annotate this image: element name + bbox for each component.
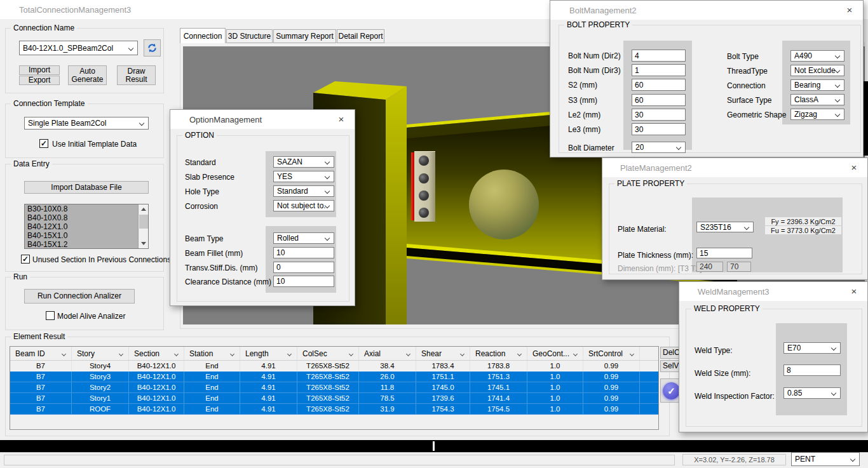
dialog-titlebar[interactable]: BoltManagement2 × <box>550 1 863 20</box>
close-icon[interactable]: × <box>848 285 860 297</box>
s3-input[interactable] <box>632 94 686 106</box>
close-icon[interactable]: × <box>848 161 860 173</box>
chevron-down-icon[interactable] <box>573 352 578 356</box>
chevron-down-icon[interactable] <box>460 352 465 356</box>
chevron-down-icon[interactable] <box>62 352 66 356</box>
hole-type-combo[interactable]: Standard <box>273 185 334 197</box>
list-item[interactable]: B30-10X0.8 <box>25 204 148 213</box>
bolt-num-dir2-input[interactable] <box>632 50 686 62</box>
chevron-down-icon[interactable] <box>630 352 634 356</box>
list-item[interactable]: B40-12X1.0 <box>25 222 148 231</box>
run-connection-analizer-button[interactable]: Run Connection Analizer <box>24 289 135 304</box>
chevron-down-icon[interactable] <box>230 352 234 356</box>
list-item[interactable]: B40-10X0.8 <box>25 213 148 222</box>
clearance-distance-input[interactable] <box>273 276 334 287</box>
tab-detail-report[interactable]: Detail Report <box>337 29 384 43</box>
list-item[interactable]: B40-15X1.0 <box>25 231 148 240</box>
bolt-3 <box>419 191 429 201</box>
surface-type-combo[interactable]: ClassA <box>790 94 844 105</box>
bolt-diameter-combo[interactable]: 20 <box>632 142 686 153</box>
weld-size-input[interactable] <box>783 364 841 376</box>
column-header[interactable]: Axial <box>359 347 416 360</box>
use-initial-template-checkbox[interactable]: ✓ <box>39 139 48 148</box>
s2-input[interactable] <box>632 79 686 91</box>
column-header[interactable]: Shear <box>416 347 470 360</box>
column-header[interactable]: GeoCont... <box>527 347 583 360</box>
cell: 1754.5 <box>470 404 527 414</box>
chevron-down-icon[interactable] <box>119 352 123 356</box>
list-item[interactable]: B40-15X1.2 <box>25 240 148 249</box>
scrollbar-thumb[interactable] <box>139 215 148 229</box>
listbox-scrollbar[interactable] <box>138 204 148 248</box>
column-header[interactable]: Section <box>129 347 184 360</box>
tab-connection[interactable]: Connection <box>180 28 226 43</box>
le2-input[interactable] <box>632 109 686 121</box>
corrosion-combo[interactable]: Not subject to... <box>273 200 334 211</box>
unused-section-checkbox[interactable]: ✓ <box>21 255 30 264</box>
transv-stiff-dis-input[interactable] <box>273 262 334 273</box>
bolt-type-combo[interactable]: A490 <box>790 50 844 62</box>
connection-name-combo[interactable]: B40-12X1.0_SPBeam2Col <box>19 41 138 55</box>
checkmark-icon: ✓ <box>22 255 29 263</box>
column-header[interactable]: Reaction <box>470 347 527 360</box>
connection-label: Connection <box>727 81 766 90</box>
column-header[interactable]: ColSec <box>297 347 359 360</box>
dialog-titlebar[interactable]: OptionManagement × <box>170 110 355 129</box>
scroll-up-icon[interactable] <box>141 208 146 211</box>
view-mode-combo[interactable]: PENT <box>791 452 860 466</box>
weld-inspection-factor-combo[interactable]: 0.85 <box>783 387 841 399</box>
chevron-down-icon <box>835 97 840 102</box>
import-database-file-button[interactable]: Import Database File <box>24 181 149 194</box>
chevron-down-icon[interactable] <box>174 352 179 356</box>
weld-type-combo[interactable]: E70 <box>783 342 841 354</box>
column-header[interactable]: Length <box>240 347 297 360</box>
chevron-down-icon[interactable] <box>517 352 522 356</box>
thread-type-combo[interactable]: Not Excluded <box>790 65 844 76</box>
connection-combo[interactable]: Bearing <box>790 79 844 91</box>
geometric-shape-combo[interactable]: Zigzag <box>790 109 844 120</box>
column-header[interactable]: SrtControl <box>583 347 640 360</box>
sections-listbox[interactable]: B30-10X0.8 B40-10X0.8 B40-12X1.0 B40-15X… <box>24 204 149 249</box>
plate-dim-t3-input <box>696 262 723 272</box>
import-button[interactable]: Import <box>19 65 60 75</box>
draw-result-button[interactable]: Draw Result <box>117 65 156 85</box>
table-row[interactable]: B7 Story4 B40-12X1.0 End 4.91 T265X8-St5… <box>10 361 658 371</box>
close-icon[interactable]: × <box>844 4 855 15</box>
table-row-selected[interactable]: B7 Story3 B40-12X1.0 End 4.91 T265X8-St5… <box>10 371 658 382</box>
plate-thickness-input[interactable] <box>696 248 752 258</box>
beam-type-combo[interactable]: Rolled <box>273 232 334 244</box>
beam-type-value: Rolled <box>277 234 299 243</box>
scroll-down-icon[interactable] <box>141 242 146 245</box>
connection-template-combo[interactable]: Single Plate Beam2Col <box>24 117 149 130</box>
chevron-down-icon[interactable] <box>406 352 410 356</box>
plate-material-combo[interactable]: S235T16 <box>696 222 754 232</box>
standard-combo[interactable]: SAZAN <box>273 156 334 168</box>
model-alive-analizer-checkbox[interactable] <box>46 311 55 320</box>
chevron-down-icon <box>835 68 840 73</box>
beam-fillet-input[interactable] <box>273 247 334 258</box>
refresh-button[interactable] <box>144 39 161 57</box>
dialog-titlebar[interactable]: PlateManagement2 × <box>602 158 867 177</box>
tab-summary-report[interactable]: Summary Report <box>273 29 336 43</box>
s2-label: S2 (mm) <box>568 81 597 90</box>
slab-presence-combo[interactable]: YES <box>273 171 334 182</box>
hole-type-value: Standard <box>277 187 308 196</box>
cell: 4.91 <box>240 371 297 382</box>
chevron-down-icon[interactable] <box>287 352 292 356</box>
chevron-down-icon[interactable] <box>349 352 353 356</box>
close-icon[interactable]: × <box>336 113 347 124</box>
table-row-selected[interactable]: B7 Story1 B40-12X1.0 End 4.91 T265X8-St5… <box>10 393 658 404</box>
tab-3d-structure[interactable]: 3D Structure <box>226 29 273 43</box>
export-button[interactable]: Export <box>19 76 60 85</box>
column-header[interactable]: Station <box>184 347 240 360</box>
column-header[interactable]: Story <box>72 347 129 360</box>
dialog-titlebar[interactable]: WeldManagement3 × <box>679 282 867 301</box>
auto-generate-button[interactable]: Auto Generate <box>68 65 107 85</box>
chevron-down-icon <box>128 45 133 50</box>
cell: 0.99 <box>583 393 640 403</box>
le3-input[interactable] <box>632 123 686 135</box>
bolt-num-dir3-input[interactable] <box>632 64 686 76</box>
table-row-selected[interactable]: B7 Story2 B40-12X1.0 End 4.91 T265X8-St5… <box>10 382 658 393</box>
table-row-selected[interactable]: B7 ROOF B40-12X1.0 End 4.91 T265X8-St52 … <box>10 404 658 415</box>
column-header[interactable]: Beam ID <box>10 347 72 360</box>
